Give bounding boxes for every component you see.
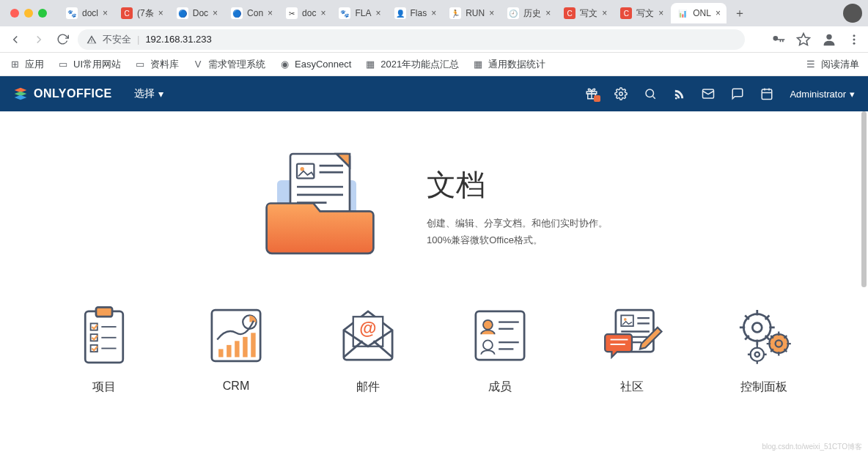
- browser-tab[interactable]: 🐾FLA×: [333, 3, 386, 23]
- svg-rect-34: [251, 333, 255, 357]
- close-tab-icon[interactable]: ×: [545, 8, 551, 18]
- gears-icon: [730, 302, 798, 369]
- hero-desc: 创建、编辑、分享文档。和他们实时协作。100%兼容微软Office格式。: [427, 215, 617, 248]
- select-dropdown[interactable]: 选择 ▾: [134, 87, 163, 100]
- user-icon[interactable]: [821, 32, 837, 48]
- bookmark-item[interactable]: ▦2021年功能点汇总: [364, 58, 459, 71]
- svg-point-3: [853, 38, 856, 40]
- module-crm[interactable]: CRM: [192, 302, 280, 395]
- module-control-panel[interactable]: 控制面板: [720, 302, 808, 395]
- people-icon: [466, 302, 534, 369]
- svg-rect-10: [762, 89, 773, 100]
- close-tab-icon[interactable]: ×: [213, 8, 218, 18]
- address-bar[interactable]: 不安全 | 192.168.31.233: [78, 29, 745, 50]
- bookmark-item[interactable]: ◉EasyConnect: [279, 58, 351, 71]
- menu-icon[interactable]: [847, 33, 861, 46]
- close-tab-icon[interactable]: ×: [489, 8, 494, 18]
- back-button[interactable]: [7, 33, 23, 46]
- module-label: 邮件: [356, 380, 380, 395]
- reading-list-button[interactable]: ☰ 阅读清单: [805, 58, 859, 71]
- bookmark-label: 需求管理系统: [208, 58, 265, 71]
- user-menu[interactable]: Administrator ▾: [790, 89, 855, 100]
- close-tab-icon[interactable]: ×: [376, 8, 381, 18]
- gift-icon[interactable]: [585, 87, 598, 100]
- browser-tab[interactable]: 🔵Doc×: [171, 3, 224, 23]
- svg-point-2: [853, 34, 856, 37]
- svg-point-1: [826, 34, 831, 39]
- close-tab-icon[interactable]: ×: [158, 8, 163, 18]
- calendar-icon[interactable]: [760, 87, 773, 100]
- bookmark-label: 2021年功能点汇总: [380, 58, 459, 71]
- browser-tab[interactable]: 👤Flas×: [389, 3, 443, 23]
- bookmark-icon: ▦: [364, 59, 376, 70]
- browser-tab[interactable]: 🐾docl×: [60, 3, 114, 23]
- svg-point-4: [853, 42, 856, 44]
- reload-button[interactable]: [54, 33, 70, 45]
- close-tab-icon[interactable]: ×: [602, 8, 607, 18]
- community-icon: [598, 302, 666, 369]
- user-label: Administrator: [790, 89, 846, 100]
- bookmark-item[interactable]: ▦通用数据统计: [472, 58, 545, 71]
- chevron-down-icon: ▾: [850, 89, 855, 100]
- close-tab-icon[interactable]: ×: [658, 8, 663, 18]
- browser-tab[interactable]: 🏃RUN×: [444, 3, 500, 23]
- browser-tab[interactable]: 🕘历史×: [501, 3, 556, 23]
- chat-icon[interactable]: [731, 87, 744, 100]
- browser-tab[interactable]: 🔵Con×: [225, 3, 279, 23]
- bookmark-item[interactable]: ⊞应用: [9, 58, 44, 71]
- maximize-window-icon[interactable]: [38, 9, 47, 18]
- browser-tab[interactable]: C(7条×: [115, 3, 169, 23]
- browser-tab[interactable]: C写文×: [614, 3, 669, 23]
- module-projects[interactable]: 项目: [60, 302, 148, 395]
- close-tab-icon[interactable]: ×: [268, 8, 273, 18]
- browser-tab[interactable]: ✂doc×: [280, 3, 331, 23]
- key-icon[interactable]: [771, 32, 786, 47]
- close-tab-icon[interactable]: ×: [431, 8, 436, 18]
- svg-point-8: [646, 89, 654, 97]
- browser-tab[interactable]: C写文×: [558, 3, 613, 23]
- mail-icon[interactable]: [702, 87, 715, 100]
- bookmark-label: UI常用网站: [73, 58, 121, 71]
- bookmark-icon: V: [192, 59, 204, 70]
- svg-point-57: [776, 340, 782, 347]
- star-icon[interactable]: [796, 32, 811, 47]
- brand-logo[interactable]: ONLYOFFICE: [13, 86, 112, 101]
- profile-avatar-icon[interactable]: [843, 4, 862, 23]
- bookmark-icon: ▦: [472, 59, 484, 70]
- module-community[interactable]: 社区: [588, 302, 676, 395]
- gear-icon[interactable]: [614, 87, 628, 100]
- forward-button[interactable]: [31, 33, 47, 46]
- feed-icon[interactable]: [673, 88, 685, 100]
- minimize-window-icon[interactable]: [24, 9, 33, 18]
- close-window-icon[interactable]: [10, 9, 19, 18]
- favicon-icon: 🐾: [339, 7, 350, 19]
- module-people[interactable]: 成员: [456, 302, 544, 395]
- select-label: 选择: [134, 87, 155, 100]
- close-tab-icon[interactable]: ×: [320, 8, 326, 18]
- module-mail[interactable]: @ 邮件: [324, 302, 412, 395]
- browser-tab[interactable]: 📊ONL×: [671, 3, 727, 23]
- scrollbar[interactable]: [861, 111, 867, 455]
- module-label: 控制面板: [740, 380, 787, 395]
- new-tab-button[interactable]: ＋: [729, 3, 750, 23]
- svg-rect-33: [243, 337, 247, 358]
- svg-point-41: [483, 340, 493, 349]
- bookmark-icon: ▭: [57, 59, 69, 70]
- favicon-icon: C: [121, 7, 133, 19]
- close-tab-icon[interactable]: ×: [103, 8, 108, 18]
- tab-label: 历史: [523, 7, 541, 20]
- close-tab-icon[interactable]: ×: [716, 8, 721, 18]
- bookmark-item[interactable]: ▭UI常用网站: [57, 58, 121, 71]
- tab-label: 写文: [580, 7, 597, 20]
- tab-label: 写文: [636, 7, 654, 20]
- svg-point-55: [752, 323, 762, 333]
- bookmark-item[interactable]: V需求管理系统: [192, 58, 265, 71]
- reading-list-label: 阅读清单: [821, 58, 859, 71]
- modules-grid: 项目 CRM @ 邮件: [0, 295, 868, 417]
- svg-rect-21: [96, 307, 112, 317]
- bookmark-item[interactable]: ▭资料库: [134, 58, 179, 71]
- search-icon[interactable]: [644, 87, 657, 100]
- tab-label: Con: [247, 8, 263, 18]
- clipboard-icon: [70, 302, 138, 369]
- envelope-icon: @: [334, 302, 402, 369]
